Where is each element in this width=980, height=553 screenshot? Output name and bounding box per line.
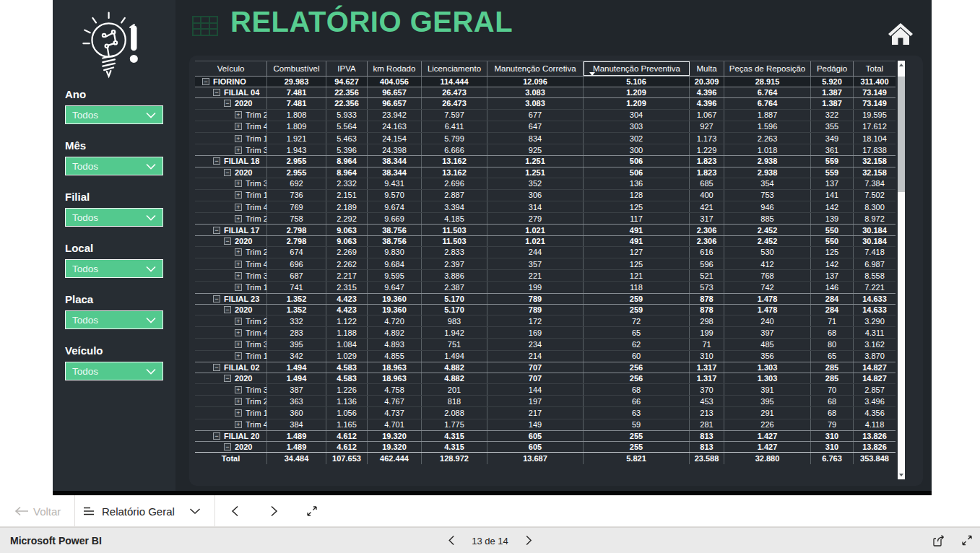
filter-dropdown-ano[interactable]: Todos (65, 105, 163, 124)
cell-value: 17.838 (854, 144, 896, 155)
cell-value: 349 (811, 133, 854, 144)
cell-value: 291 (724, 407, 811, 418)
expand-icon[interactable]: + (235, 284, 242, 291)
expand-icon[interactable]: + (235, 248, 242, 256)
collapse-icon[interactable]: − (213, 157, 220, 165)
expand-icon[interactable]: + (235, 398, 242, 405)
cell-value: 813 (690, 431, 724, 441)
expand-icon[interactable]: + (235, 261, 242, 268)
table-row: +Trim 42831.1884.8921.94216965199397684.… (195, 327, 896, 339)
cell-value: 1.943 (267, 144, 326, 155)
filter-dropdown-local[interactable]: Todos (65, 259, 163, 278)
chevron-left-icon[interactable] (231, 505, 239, 517)
chevron-right-icon[interactable] (270, 505, 278, 517)
expand-icon[interactable]: + (235, 318, 242, 325)
scrollbar-thumb[interactable] (898, 77, 905, 192)
back-button[interactable]: Voltar (33, 505, 61, 517)
cell-value: 127 (584, 247, 690, 258)
cell-value: 677 (487, 110, 584, 121)
collapse-icon[interactable]: − (224, 169, 231, 176)
cell-value: 521 (690, 270, 724, 281)
chevron-down-icon[interactable] (189, 508, 201, 515)
cell-value: 342 (267, 351, 326, 362)
filter-dropdown-mes[interactable]: Todos (65, 157, 163, 175)
cell-value: 310 (811, 442, 854, 452)
column-header-6[interactable]: Manutenção Preventiva (584, 61, 690, 76)
expand-icon[interactable]: + (235, 204, 242, 211)
row-label: Trim 4 (246, 260, 267, 269)
matrix-table: VeículoCombustívelIPVAkm RodadoLicenciam… (195, 61, 896, 464)
cell-value: 32.158 (854, 156, 896, 166)
table-scrollbar[interactable] (898, 61, 905, 479)
collapse-icon[interactable]: − (224, 100, 231, 107)
column-header-0[interactable]: Veículo (195, 61, 267, 76)
home-icon[interactable] (888, 22, 914, 46)
exit-fullscreen-icon[interactable] (961, 535, 973, 547)
expand-icon[interactable]: + (235, 329, 242, 336)
collapse-icon[interactable]: − (224, 306, 231, 313)
filter-dropdown-filial[interactable]: Todos (65, 208, 163, 227)
report-page-selector[interactable]: Relatório Geral (102, 505, 175, 517)
fit-to-page-icon[interactable] (306, 505, 318, 517)
collapse-icon[interactable]: − (213, 89, 220, 96)
expand-icon[interactable]: + (235, 147, 242, 154)
share-icon[interactable] (932, 534, 945, 547)
expand-icon[interactable]: + (235, 341, 242, 348)
back-arrow-icon[interactable] (14, 506, 29, 516)
column-header-7[interactable]: Multa (690, 61, 724, 76)
expand-icon[interactable]: + (235, 123, 242, 130)
column-header-9[interactable]: Pedágio (811, 61, 854, 76)
collapse-icon[interactable]: − (224, 238, 231, 245)
cell-value: 32.158 (854, 167, 896, 178)
cell-value: 149 (487, 419, 584, 430)
column-header-5[interactable]: Manutenção Corretiva (487, 61, 584, 76)
cell-value: 96.657 (368, 98, 422, 108)
collapse-icon[interactable]: − (213, 364, 220, 371)
collapse-icon[interactable]: − (213, 227, 220, 234)
cell-value: 137 (811, 178, 854, 189)
cell-value: 2.798 (267, 236, 326, 246)
filter-dropdown-veiculo[interactable]: Todos (65, 362, 163, 380)
expand-icon[interactable]: + (235, 386, 242, 393)
cell-value: 5.170 (422, 305, 487, 315)
cell-value: 13.826 (854, 431, 896, 441)
scrollbar-up-icon[interactable] (899, 64, 903, 66)
scrollbar-down-icon[interactable] (899, 474, 903, 476)
collapse-icon[interactable]: − (224, 443, 231, 450)
cell-value: 144 (487, 384, 584, 395)
column-header-4[interactable]: Licenciamento (422, 61, 487, 76)
column-header-1[interactable]: Combustível (267, 61, 326, 76)
filter-sidebar: AnoTodosMêsTodosFilialTodosLocalTodosPla… (53, 0, 175, 495)
brand-label: Microsoft Power BI (10, 535, 102, 547)
prev-page-icon[interactable] (448, 536, 454, 546)
cell-value: 311.400 (854, 77, 896, 87)
expand-icon[interactable]: + (235, 352, 242, 360)
cell-value: 1.251 (487, 167, 584, 178)
filter-dropdown-placa[interactable]: Todos (65, 310, 163, 329)
collapse-icon[interactable]: − (213, 432, 220, 440)
cell-value: 813 (690, 442, 724, 452)
cell-value: 2.189 (326, 201, 368, 212)
collapse-icon[interactable]: − (213, 295, 220, 302)
expand-icon[interactable]: + (235, 421, 242, 428)
page-list-icon[interactable] (83, 506, 95, 516)
expand-icon[interactable]: + (235, 409, 242, 417)
collapse-icon[interactable]: − (224, 375, 231, 382)
collapse-icon[interactable]: − (202, 78, 209, 85)
column-header-2[interactable]: IPVA (326, 61, 368, 76)
expand-icon[interactable]: + (235, 272, 242, 279)
expand-icon[interactable]: + (235, 191, 242, 199)
column-header-8[interactable]: Peças de Reposição (724, 61, 811, 76)
cell-value: 878 (690, 294, 724, 304)
expand-icon[interactable]: + (235, 135, 242, 142)
next-page-icon[interactable] (526, 536, 532, 546)
cell-value: 24.398 (368, 144, 422, 155)
cell-value: 4.118 (854, 419, 896, 430)
expand-icon[interactable]: + (235, 111, 242, 118)
cell-value: 491 (584, 236, 690, 246)
column-header-3[interactable]: km Rodado (368, 61, 422, 76)
column-header-10[interactable]: Total (854, 61, 896, 76)
expand-icon[interactable]: + (235, 215, 242, 222)
total-row: Total34.484107.653462.444128.97213.6875.… (195, 452, 896, 464)
expand-icon[interactable]: + (235, 180, 242, 187)
